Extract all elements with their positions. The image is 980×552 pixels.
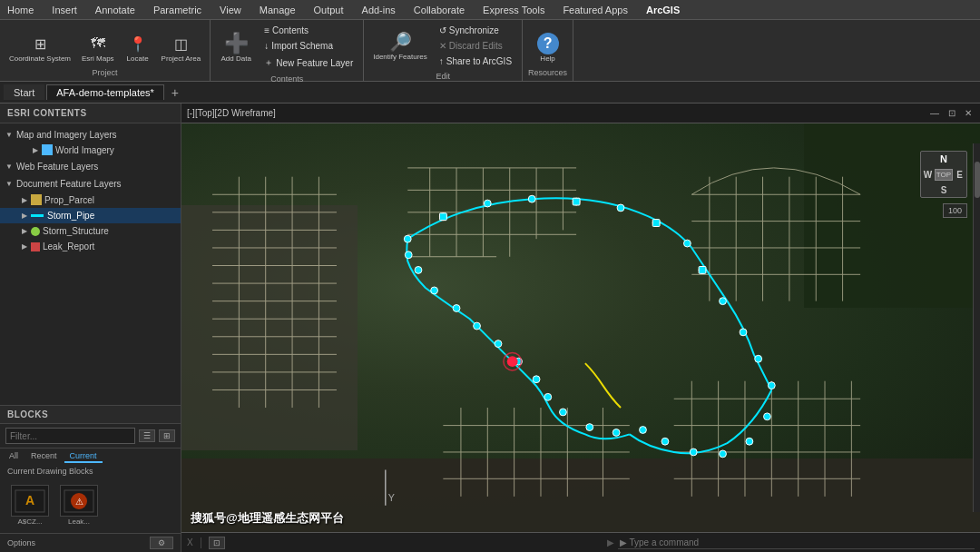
web-feature-group-header[interactable]: ▼ Web Feature Layers	[0, 159, 181, 174]
identify-features-icon: 🔎	[389, 31, 411, 53]
world-imagery-label: World Imagery	[55, 145, 114, 155]
new-feature-layer-button[interactable]: ＋ New Feature Layer	[260, 54, 358, 71]
import-schema-button[interactable]: ↓ Import Schema	[260, 39, 358, 53]
menu-home[interactable]: Home	[4, 5, 37, 15]
world-imagery-arrow: ▶	[33, 146, 38, 154]
command-input[interactable]	[618, 537, 975, 549]
document-feature-group-header[interactable]: ▼ Document Feature Layers	[0, 176, 181, 192]
menu-parametric[interactable]: Parametric	[150, 5, 205, 15]
world-imagery-item[interactable]: ▶ World Imagery	[0, 143, 181, 157]
tab-afa-demo[interactable]: AFA-demo-templates*	[46, 84, 164, 100]
blocks-current-label: Current Drawing Blocks	[0, 465, 181, 478]
map-imagery-group-header[interactable]: ▼ Map and Imagery Layers	[0, 127, 181, 143]
import-schema-label: Import Schema	[271, 41, 333, 51]
svg-point-82	[586, 424, 593, 431]
world-imagery-checkbox[interactable]	[42, 144, 53, 155]
map-title-buttons: — ⊡ ✕	[927, 108, 975, 118]
ribbon-group-edit-label: Edit	[436, 72, 450, 81]
ribbon-edit-vert: ↺ Synchronize ✕ Discard Edits ↑ Share to…	[435, 24, 516, 68]
project-area-button[interactable]: ◫ Project Area	[158, 31, 205, 64]
locate-label: Locate	[127, 54, 149, 63]
svg-point-81	[612, 429, 620, 437]
svg-rect-96	[699, 267, 706, 274]
tab-add-button[interactable]: +	[166, 84, 184, 102]
compass-n: N	[935, 153, 953, 164]
map-scrollbar-v[interactable]	[973, 143, 980, 512]
blocks-tabs: All Recent Current	[0, 448, 181, 465]
blocks-grid: A A$CZ... ⚠ Leak...	[0, 478, 181, 533]
prop-parcel-checkbox[interactable]	[31, 194, 42, 205]
help-button[interactable]: ? Help	[532, 31, 564, 64]
snap-btn[interactable]: ⊡	[209, 537, 225, 549]
locate-button[interactable]: 📍 Locate	[122, 31, 154, 64]
add-data-button[interactable]: ➕ Add Data	[216, 31, 256, 64]
storm-pipe-item[interactable]: ▶ Storm_Pipe	[0, 208, 181, 223]
blocks-filter-grid-btn[interactable]: ⊞	[159, 429, 175, 442]
menu-express-tools[interactable]: Express Tools	[479, 5, 548, 15]
map-minimize-btn[interactable]: —	[927, 108, 942, 118]
command-area: ▶	[607, 537, 975, 549]
map-imagery-label: Map and Imagery Layers	[16, 130, 117, 140]
ribbon-group-edit: 🔎 Identify Features ↺ Synchronize ✕ Disc…	[364, 20, 523, 81]
parcel-lines-lower-center	[443, 408, 629, 497]
menu-insert[interactable]: Insert	[48, 5, 81, 15]
discard-edits-button[interactable]: ✕ Discard Edits	[435, 39, 516, 53]
menu-annotate[interactable]: Annotate	[92, 5, 139, 15]
menu-view[interactable]: View	[216, 5, 245, 15]
block-svg-ascz: A	[14, 488, 46, 514]
svg-point-72	[740, 329, 747, 336]
block-item-leak[interactable]: ⚠ Leak...	[56, 481, 102, 529]
map-background: Y N W TOP E S 100	[181, 123, 980, 532]
map-close-btn[interactable]: ✕	[962, 108, 975, 118]
parcel-lines-left	[212, 177, 337, 408]
menu-addins[interactable]: Add-ins	[358, 5, 399, 15]
main-layout: Layer Properties Manager ESRI CONTENTS ▼…	[0, 104, 980, 552]
blocks-filter-list-btn[interactable]: ☰	[139, 429, 155, 442]
svg-point-78	[690, 448, 697, 456]
menu-output[interactable]: Output	[310, 5, 348, 15]
menu-featured-apps[interactable]: Featured Apps	[559, 5, 632, 15]
leak-report-item[interactable]: ▶ Leak_Report	[0, 239, 181, 254]
esri-maps-label: Esri Maps	[82, 54, 114, 63]
document-feature-arrow: ▼	[5, 180, 13, 188]
parcel-lines-upper	[407, 168, 576, 257]
layer-tree: ▼ Map and Imagery Layers ▶ World Imagery…	[0, 123, 181, 405]
prop-parcel-item[interactable]: ▶ Prop_Parcel	[0, 192, 181, 208]
menu-arcgis[interactable]: ArcGIS	[642, 5, 683, 15]
map-area[interactable]: [-][Top][2D Wireframe] — ⊡ ✕	[181, 104, 980, 552]
blocks-tab-recent[interactable]: Recent	[25, 450, 63, 463]
left-sidebar-outer: Layer Properties Manager ESRI CONTENTS ▼…	[0, 104, 181, 552]
esri-maps-button[interactable]: 🗺 Esri Maps	[78, 31, 118, 64]
menu-collaborate[interactable]: Collaborate	[410, 5, 468, 15]
svg-point-76	[746, 438, 753, 445]
options-settings-btn[interactable]: ⚙	[150, 537, 173, 549]
map-titlebar: [-][Top][2D Wireframe] — ⊡ ✕	[181, 104, 980, 123]
menu-manage[interactable]: Manage	[256, 5, 299, 15]
block-item-ascz[interactable]: A A$CZ...	[7, 481, 53, 529]
prop-parcel-label: Prop_Parcel	[44, 195, 94, 205]
synchronize-button[interactable]: ↺ Synchronize	[435, 24, 516, 37]
storm-structure-item[interactable]: ▶ Storm_Structure	[0, 223, 181, 239]
ribbon-group-project-label: Project	[93, 68, 118, 77]
separator	[201, 537, 201, 548]
parcel-lines-right	[691, 168, 860, 301]
leak-report-icon	[31, 242, 40, 251]
new-feature-layer-icon: ＋	[264, 56, 273, 69]
project-area-label: Project Area	[162, 54, 201, 63]
share-to-arcgis-button[interactable]: ↑ Share to ArcGIS	[435, 54, 516, 68]
scale-indicator: 100	[943, 203, 967, 218]
blocks-tab-current[interactable]: Current	[64, 450, 103, 463]
identify-features-button[interactable]: 🔎 Identify Features	[369, 29, 431, 63]
contents-button[interactable]: ≡ Contents	[260, 24, 358, 37]
add-data-label: Add Data	[220, 54, 250, 63]
blocks-tab-all[interactable]: All	[4, 450, 24, 463]
top-view-button[interactable]: TOP	[935, 169, 953, 181]
map-restore-btn[interactable]: ⊡	[946, 108, 958, 118]
blocks-filter-input[interactable]	[5, 428, 135, 444]
coordinate-system-button[interactable]: ⊞ Coordinate System	[5, 31, 74, 64]
tab-start[interactable]: Start	[4, 84, 44, 100]
ribbon: ⊞ Coordinate System 🗺 Esri Maps 📍 Locate…	[0, 20, 980, 82]
sync-label: Synchronize	[449, 25, 499, 35]
ribbon-group-resources: ? Help Resources	[523, 20, 573, 81]
discard-icon: ✕	[439, 41, 446, 51]
